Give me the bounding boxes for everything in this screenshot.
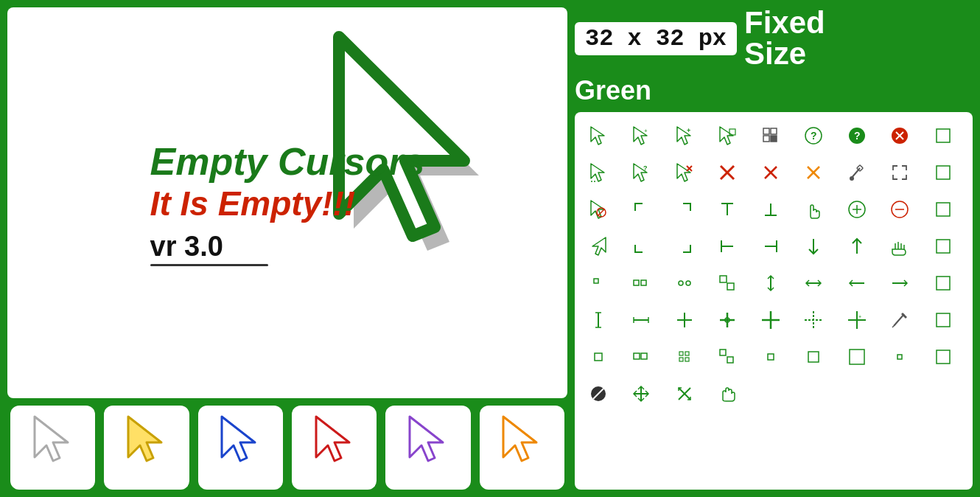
swatch-blue[interactable]: Blue	[198, 406, 283, 490]
icon-arrow-forbidden[interactable]	[581, 192, 616, 227]
preview-text-block: Empty Cursors It Is Empty!!! vr 3.0	[150, 139, 425, 266]
icon-t-left[interactable]	[710, 229, 745, 264]
icon-hand-open[interactable]	[710, 376, 745, 411]
icon-t-right[interactable]	[753, 229, 788, 264]
icon-eyedropper[interactable]	[839, 155, 875, 190]
svg-rect-75	[727, 283, 734, 290]
svg-rect-113	[808, 352, 819, 362]
icon-crosshair-large[interactable]	[753, 302, 788, 338]
svg-marker-5	[316, 417, 349, 461]
cursor-blue-icon	[214, 413, 266, 465]
icon-crosshair-dotted[interactable]	[796, 302, 831, 338]
svg-rect-108	[679, 358, 683, 361]
svg-marker-6	[410, 417, 443, 461]
icon-box-medium[interactable]	[796, 339, 831, 375]
icon-question-outline[interactable]: ?	[796, 118, 831, 153]
icon-grid: + + ? ?	[581, 118, 967, 411]
icon-box-small-2[interactable]	[882, 339, 917, 375]
svg-marker-3	[128, 417, 161, 461]
icon-two-boxes[interactable]	[623, 339, 659, 375]
icon-hand-point[interactable]	[796, 192, 831, 227]
svg-text:?: ?	[854, 130, 861, 142]
icon-arrow-left-long[interactable]	[839, 265, 875, 301]
icon-placeholder-r2c9[interactable]	[925, 155, 961, 190]
icon-four-dots[interactable]	[667, 339, 702, 375]
icon-placeholder-r5c9[interactable]	[925, 265, 961, 301]
svg-rect-115	[897, 355, 902, 359]
swatch-orange[interactable]: Orange	[480, 406, 564, 490]
icon-crosshair-simple[interactable]	[667, 302, 702, 338]
icon-x-circle[interactable]	[882, 118, 917, 153]
icon-placeholder-r7c9[interactable]	[925, 339, 961, 375]
svg-rect-17	[763, 136, 769, 142]
svg-rect-68	[937, 240, 950, 253]
icon-square-topleft[interactable]	[710, 265, 745, 301]
icon-placeholder-r3c9[interactable]	[925, 192, 961, 227]
right-panel: 32 x 32 px FixedSize Green + +	[575, 7, 973, 490]
icon-x-red-large[interactable]	[710, 155, 745, 190]
svg-rect-70	[634, 280, 639, 285]
icon-corner-bl[interactable]	[623, 229, 659, 264]
swatch-red[interactable]: Red	[292, 406, 377, 490]
swatch-white-label: White	[32, 469, 72, 486]
icon-ibeam-horizontal[interactable]	[623, 302, 659, 338]
icon-two-dots[interactable]	[667, 265, 702, 301]
icon-arrow-down[interactable]	[796, 229, 831, 264]
icon-placeholder-r4c9[interactable]	[925, 229, 961, 264]
icon-move-diag[interactable]	[667, 376, 702, 411]
icon-crosshair-thick[interactable]	[710, 302, 745, 338]
icon-placeholder-r1c9[interactable]	[925, 118, 961, 153]
icon-crosshair-plus[interactable]: +	[839, 302, 875, 338]
icon-question-filled[interactable]: ?	[839, 118, 875, 153]
icon-box-pair[interactable]	[710, 339, 745, 375]
icon-ibeam[interactable]	[581, 302, 616, 338]
icon-small-square[interactable]	[581, 265, 616, 301]
svg-rect-69	[594, 279, 598, 283]
icon-arrow-question[interactable]: ?	[623, 155, 659, 190]
icon-x-red-medium[interactable]	[753, 155, 788, 190]
icon-corner-tr[interactable]	[667, 192, 702, 227]
icon-arrow-right-long[interactable]	[882, 265, 917, 301]
icon-two-squares[interactable]	[623, 265, 659, 301]
icon-placeholder-r6c9[interactable]	[925, 302, 961, 338]
icon-t-top[interactable]	[710, 192, 745, 227]
icon-resize-horizontal[interactable]	[796, 265, 831, 301]
icon-corner-br[interactable]	[667, 229, 702, 264]
icon-hand-right[interactable]	[882, 229, 917, 264]
icon-move-cross[interactable]	[623, 376, 659, 411]
swatch-white[interactable]: White	[10, 406, 95, 490]
icon-pen[interactable]	[882, 302, 917, 338]
swatch-red-label: Red	[321, 469, 349, 486]
icon-arrow-left[interactable]	[581, 229, 616, 264]
icon-box-large[interactable]	[839, 339, 875, 375]
icon-x-orange[interactable]	[796, 155, 831, 190]
icon-grid-small[interactable]	[753, 118, 788, 153]
icon-t-bottom[interactable]	[753, 192, 788, 227]
icon-arrow-corner[interactable]	[710, 118, 745, 153]
svg-rect-71	[641, 280, 646, 285]
icon-arrow-dash[interactable]	[581, 155, 616, 190]
swatch-yellow[interactable]: Yellow	[104, 406, 189, 490]
icon-box-small[interactable]	[753, 339, 788, 375]
icon-minus-circle[interactable]	[882, 192, 917, 227]
icon-small-box[interactable]	[581, 339, 616, 375]
icon-arrow-up[interactable]	[839, 229, 875, 264]
icon-corner-tl[interactable]	[623, 192, 659, 227]
swatch-purple[interactable]: Purple	[385, 406, 470, 490]
svg-rect-107	[685, 352, 689, 355]
icon-arrow-plus[interactable]: +	[667, 118, 702, 153]
svg-point-72	[679, 281, 683, 285]
cursor-purple-icon	[402, 413, 454, 465]
icon-plus-circle[interactable]	[839, 192, 875, 227]
icon-resize-vertical[interactable]	[753, 265, 788, 301]
icon-arrow-move[interactable]: +	[623, 118, 659, 153]
icon-arrow[interactable]	[581, 118, 616, 153]
svg-point-73	[686, 281, 690, 285]
svg-text:+: +	[644, 128, 648, 134]
icon-arrow-x-green[interactable]	[667, 155, 702, 190]
svg-rect-116	[937, 350, 950, 364]
icon-fullscreen[interactable]	[882, 155, 917, 190]
swatch-yellow-label: Yellow	[124, 469, 169, 486]
svg-rect-80	[937, 277, 950, 290]
icon-circle-slash[interactable]	[581, 376, 616, 411]
